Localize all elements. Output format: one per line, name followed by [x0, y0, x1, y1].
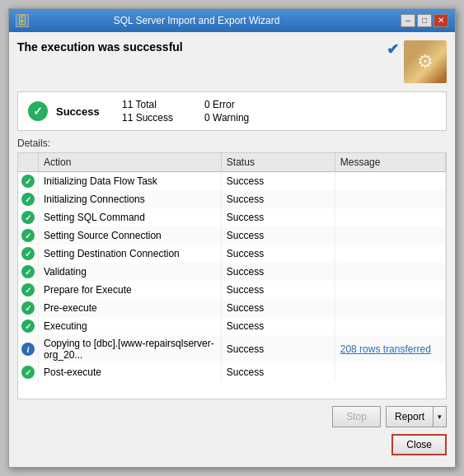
table-row: ✓ Initializing Connections Success: [18, 190, 446, 208]
row-status: Success: [221, 299, 335, 317]
stats-row-1: 11 Total 0 Error: [122, 99, 436, 110]
rows-transferred-link[interactable]: 208 rows transferred: [340, 343, 431, 355]
row-status: Success: [221, 363, 335, 381]
row-icon-cell: ✓: [18, 208, 39, 226]
row-icon-cell: ✓: [18, 317, 39, 335]
details-label: Details:: [17, 138, 447, 149]
row-icon-cell: ✓: [18, 281, 39, 299]
row-status: Success: [221, 172, 335, 191]
row-message-cell: [335, 190, 445, 208]
execution-title: The execution was successful: [17, 40, 183, 54]
row-message-cell: [335, 172, 445, 191]
table-row: ✓ Pre-execute Success: [18, 299, 446, 317]
row-icon-cell: ✓: [18, 190, 39, 208]
row-action: Executing: [39, 317, 222, 335]
report-dropdown-button[interactable]: ▾: [434, 407, 446, 427]
th-status: Status: [221, 153, 335, 172]
th-message: Message: [335, 153, 445, 172]
restore-button[interactable]: □: [417, 14, 432, 27]
close-window-button[interactable]: ✕: [434, 14, 448, 27]
row-message-cell: [335, 281, 445, 299]
main-window: 🗄 SQL Server Import and Export Wizard – …: [8, 8, 456, 468]
details-table-container[interactable]: Action Status Message ✓ Initializing Dat…: [17, 152, 447, 399]
row-status: Success: [221, 208, 335, 226]
row-status: Success: [221, 226, 335, 245]
row-message-cell: [335, 245, 445, 263]
row-success-icon: ✓: [21, 211, 35, 224]
row-action: Initializing Data Flow Task: [39, 172, 222, 191]
row-icon-cell: ✓: [18, 245, 39, 263]
row-action: Setting SQL Command: [39, 208, 222, 226]
row-action: Setting Source Connection: [39, 226, 222, 245]
bottom-button-row: Close: [17, 431, 447, 459]
row-message-cell: [335, 299, 445, 317]
window-title: SQL Server Import and Export Wizard: [34, 15, 359, 26]
row-status: Success: [221, 263, 335, 281]
report-button[interactable]: Report: [387, 407, 434, 427]
row-success-icon: ✓: [21, 366, 35, 379]
report-button-group[interactable]: Report ▾: [386, 406, 447, 427]
summary-stats: 11 Total 0 Error 11 Success 0 Warning: [122, 99, 436, 124]
row-message-cell: [335, 263, 445, 281]
table-row: ✓ Prepare for Execute Success: [18, 281, 446, 299]
success-checkmark: ✔: [387, 40, 399, 58]
row-action: Pre-execute: [39, 299, 222, 317]
window-body: The execution was successful ✔ ⚙ ✓ Succe…: [9, 32, 455, 467]
success-stat: 11 Success: [122, 112, 188, 124]
row-status: Success: [221, 281, 335, 299]
row-success-icon: ✓: [21, 247, 35, 260]
header-section: The execution was successful ✔ ⚙: [17, 40, 447, 83]
row-message-cell: 208 rows transferred: [335, 335, 445, 363]
table-row: ✓ Setting Source Connection Success: [18, 226, 446, 245]
table-row: ✓ Validating Success: [18, 263, 446, 281]
row-action: Setting Destination Connection: [39, 245, 222, 263]
row-success-icon: ✓: [21, 193, 35, 206]
row-message-cell: [335, 226, 445, 245]
table-header-row: Action Status Message: [18, 153, 446, 172]
row-status: Success: [221, 245, 335, 263]
summary-success-icon: ✓: [28, 101, 48, 121]
window-controls: – □ ✕: [401, 14, 448, 27]
stop-button[interactable]: Stop: [332, 406, 381, 427]
table-row: ✓ Setting Destination Connection Success: [18, 245, 446, 263]
summary-status-label: Success: [56, 105, 105, 118]
summary-box: ✓ Success 11 Total 0 Error 11 Success 0 …: [17, 91, 447, 131]
row-icon-cell: ✓: [18, 226, 39, 245]
row-icon-cell: ✓: [18, 263, 39, 281]
row-icon-cell: ✓: [18, 299, 39, 317]
row-success-icon: ✓: [21, 175, 35, 188]
th-icon: [18, 153, 39, 172]
row-success-icon: ✓: [21, 229, 35, 242]
row-icon-cell: i: [18, 335, 39, 363]
title-bar: 🗄 SQL Server Import and Export Wizard – …: [9, 9, 455, 32]
row-status: Success: [221, 190, 335, 208]
row-message-cell: [335, 363, 445, 381]
row-icon-cell: ✓: [18, 363, 39, 381]
row-success-icon: ✓: [21, 283, 35, 296]
th-action: Action: [39, 153, 222, 172]
row-action: Validating: [39, 263, 222, 281]
details-table: Action Status Message ✓ Initializing Dat…: [18, 153, 446, 381]
row-success-icon: ✓: [21, 301, 35, 315]
row-action: Copying to [dbc].[www-repairsqlserver-or…: [39, 335, 222, 363]
close-button[interactable]: Close: [391, 434, 447, 455]
row-status: Success: [221, 317, 335, 335]
minimize-button[interactable]: –: [401, 14, 415, 27]
action-button-row: Stop Report ▾: [17, 399, 447, 431]
table-row: i Copying to [dbc].[www-repairsqlserver-…: [18, 335, 446, 363]
table-row: ✓ Post-execute Success: [18, 363, 446, 381]
row-success-icon: ✓: [21, 265, 35, 278]
stats-row-2: 11 Success 0 Warning: [122, 112, 436, 124]
table-row: ✓ Setting SQL Command Success: [18, 208, 446, 226]
row-message-cell: [335, 208, 445, 226]
error-stat: 0 Error: [204, 99, 270, 110]
row-action: Initializing Connections: [39, 190, 222, 208]
table-row: ✓ Initializing Data Flow Task Success: [18, 172, 446, 191]
row-action: Post-execute: [39, 363, 222, 381]
window-icon: 🗄: [16, 14, 29, 27]
row-status: Success: [221, 335, 335, 363]
row-message-cell: [335, 317, 445, 335]
row-action: Prepare for Execute: [39, 281, 222, 299]
total-stat: 11 Total: [122, 99, 188, 110]
warning-stat: 0 Warning: [204, 112, 270, 124]
